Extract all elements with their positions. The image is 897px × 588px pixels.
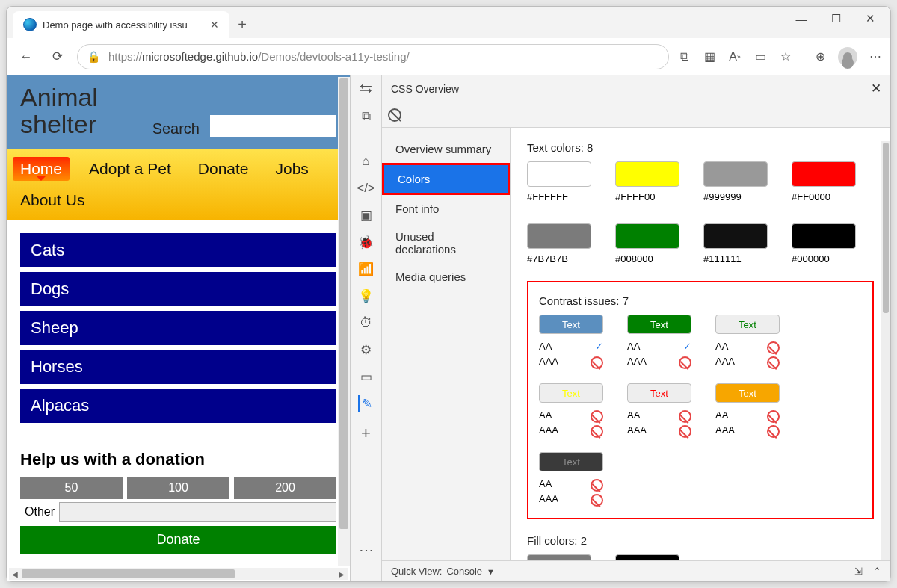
color-hex: #111111 bbox=[703, 253, 768, 264]
color-swatch[interactable] bbox=[792, 161, 856, 187]
contrast-sample[interactable]: Text bbox=[715, 383, 780, 403]
rail-more-icon[interactable]: ⋯ bbox=[359, 541, 374, 559]
devtools-rail: ⮀ ⧉ ⌂ </> ▣ 🐞 📶 💡 ⏱ ⚙ ▭ ✎ + ⋯ bbox=[351, 75, 382, 581]
color-swatch[interactable] bbox=[615, 161, 679, 187]
issues-icon[interactable]: 🐞 bbox=[358, 234, 374, 250]
color-hex: #008000 bbox=[615, 253, 679, 264]
contrast-sample[interactable]: Text bbox=[715, 315, 780, 334]
contrast-sample[interactable]: Text bbox=[539, 315, 603, 334]
application-icon[interactable]: ▭ bbox=[358, 368, 374, 385]
elements-icon[interactable]: </> bbox=[358, 180, 374, 196]
collections-icon[interactable]: ⊕ bbox=[813, 49, 827, 64]
animal-item[interactable]: Dogs bbox=[20, 272, 336, 306]
other-amount-input[interactable] bbox=[59, 502, 336, 522]
color-swatch[interactable] bbox=[527, 161, 591, 187]
menu-item-home[interactable]: Home bbox=[13, 157, 70, 181]
chevron-down-icon: ▼ bbox=[487, 567, 495, 576]
main-menu: HomeAdopt a PetDonateJobsAbout Us bbox=[7, 149, 350, 220]
search-label: Search bbox=[152, 120, 200, 137]
amount-option[interactable]: 200 bbox=[234, 477, 336, 499]
animal-item[interactable]: Cats bbox=[20, 233, 336, 267]
contrast-sample[interactable]: Text bbox=[627, 383, 691, 403]
memory-icon[interactable]: ⚙ bbox=[358, 341, 374, 358]
more-icon[interactable]: ⋯ bbox=[868, 49, 883, 64]
color-hex: #FFFF00 bbox=[615, 191, 679, 202]
close-button[interactable]: ✕ bbox=[853, 7, 887, 31]
url-box[interactable]: 🔒 https://microsoftedge.github.io/Demos/… bbox=[77, 44, 669, 69]
collapse-icon[interactable]: ⌃ bbox=[873, 566, 881, 577]
color-swatch[interactable] bbox=[703, 223, 768, 249]
color-hex: #FF0000 bbox=[792, 191, 856, 202]
page-vscroll[interactable] bbox=[338, 77, 350, 566]
other-label: Other bbox=[20, 502, 59, 522]
performance-icon[interactable]: ⏱ bbox=[358, 315, 374, 331]
address-bar-row: ← ⟳ 🔒 https://microsoftedge.github.io/De… bbox=[7, 38, 890, 75]
dock-icon[interactable]: ⇲ bbox=[854, 566, 863, 577]
device-toggle-icon[interactable]: ⧉ bbox=[358, 108, 374, 125]
css-overview-nav-item[interactable]: Media queries bbox=[382, 263, 510, 291]
color-swatch[interactable] bbox=[703, 161, 768, 187]
css-overview-nav-item[interactable]: Overview summary bbox=[382, 135, 510, 163]
color-swatch[interactable] bbox=[615, 223, 679, 249]
lighthouse-icon[interactable]: 💡 bbox=[358, 288, 374, 304]
read-aloud-icon[interactable]: A» bbox=[727, 49, 742, 64]
edge-icon bbox=[23, 18, 37, 31]
contrast-sample[interactable]: Text bbox=[627, 315, 691, 334]
color-hex: #FFFFFF bbox=[527, 191, 591, 202]
search-input[interactable] bbox=[210, 115, 336, 137]
css-overview-nav-item[interactable]: Unused declarations bbox=[382, 223, 510, 263]
quick-view-bar[interactable]: Quick View: Console ▼ ⇲ ⌃ bbox=[382, 560, 890, 581]
animal-item[interactable]: Sheep bbox=[20, 311, 336, 345]
lock-icon: 🔒 bbox=[87, 50, 101, 64]
contrast-sample[interactable]: Text bbox=[539, 452, 603, 471]
menu-item-donate[interactable]: Donate bbox=[191, 157, 256, 181]
clear-overview-icon[interactable] bbox=[388, 108, 401, 122]
contrast-heading: Contrast issues: 7 bbox=[539, 294, 862, 307]
add-tool-icon[interactable]: + bbox=[358, 425, 374, 442]
minimize-button[interactable]: — bbox=[784, 7, 819, 31]
devtools-title: CSS Overview ✕ bbox=[382, 75, 890, 102]
donate-button[interactable]: Donate bbox=[20, 526, 336, 554]
menu-item-about-us[interactable]: About Us bbox=[13, 188, 92, 212]
site-title: Animal shelter bbox=[20, 84, 144, 137]
reader-icon[interactable]: ▭ bbox=[753, 49, 768, 64]
browser-tab[interactable]: Demo page with accessibility issu ✕ bbox=[13, 11, 229, 38]
inspect-icon[interactable]: ⮀ bbox=[358, 81, 374, 98]
tab-title: Demo page with accessibility issu bbox=[43, 19, 204, 31]
window-titlebar: Demo page with accessibility issu ✕ + — … bbox=[7, 7, 890, 38]
text-colors-heading: Text colors: 8 bbox=[527, 141, 874, 154]
menu-item-jobs[interactable]: Jobs bbox=[268, 157, 316, 181]
amount-option[interactable]: 100 bbox=[127, 477, 229, 499]
menu-item-adopt-a-pet[interactable]: Adopt a Pet bbox=[81, 157, 179, 181]
devtools-close-icon[interactable]: ✕ bbox=[871, 81, 881, 96]
welcome-icon[interactable]: ⌂ bbox=[358, 153, 374, 170]
color-swatch[interactable] bbox=[527, 223, 591, 249]
css-overview-nav-item[interactable]: Font info bbox=[382, 195, 510, 223]
maximize-button[interactable]: ☐ bbox=[819, 7, 853, 31]
device-icon[interactable]: ⧉ bbox=[676, 49, 691, 64]
page-hscroll[interactable]: ◀▶ bbox=[9, 568, 348, 580]
fill-colors-heading: Fill colors: 2 bbox=[527, 534, 874, 547]
css-overview-nav: Overview summaryColorsFont infoUnused de… bbox=[382, 128, 511, 581]
amount-option[interactable]: 50 bbox=[20, 477, 123, 499]
animal-item[interactable]: Horses bbox=[20, 350, 336, 384]
css-overview-icon[interactable]: ✎ bbox=[358, 395, 374, 412]
console-icon[interactable]: ▣ bbox=[358, 207, 374, 223]
new-tab-button[interactable]: + bbox=[229, 16, 255, 34]
devtools-vscroll[interactable] bbox=[881, 141, 890, 568]
favorite-icon[interactable]: ☆ bbox=[778, 49, 793, 64]
animal-list: CatsDogsSheepHorsesAlpacas bbox=[7, 220, 350, 441]
animal-item[interactable]: Alpacas bbox=[20, 389, 336, 423]
refresh-button[interactable]: ⟳ bbox=[46, 45, 70, 69]
color-swatch[interactable] bbox=[792, 223, 856, 249]
profile-avatar[interactable] bbox=[838, 47, 857, 66]
contrast-sample[interactable]: Text bbox=[539, 383, 603, 403]
tab-close-icon[interactable]: ✕ bbox=[210, 19, 219, 31]
back-button[interactable]: ← bbox=[14, 45, 38, 69]
css-overview-nav-item[interactable]: Colors bbox=[382, 163, 510, 195]
page-header: Animal shelter Search bbox=[7, 75, 350, 149]
network-icon[interactable]: 📶 bbox=[358, 261, 374, 277]
color-hex: #000000 bbox=[792, 253, 856, 264]
qr-icon[interactable]: ▦ bbox=[702, 49, 717, 64]
donate-heading: Help us with a donation bbox=[20, 450, 336, 469]
